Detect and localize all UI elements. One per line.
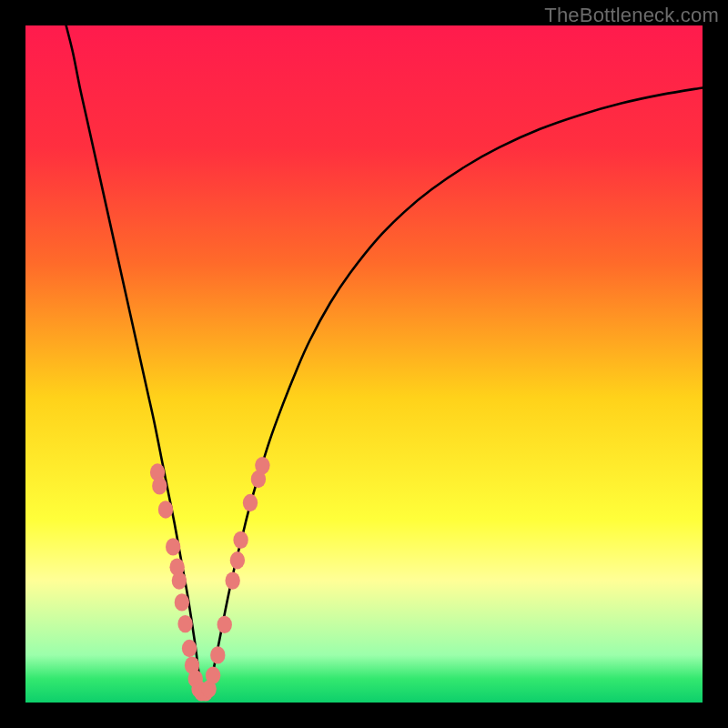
sample-point — [230, 551, 245, 569]
watermark-label: TheBottleneck.com — [544, 4, 719, 27]
sample-point — [217, 616, 232, 633]
sample-point — [182, 640, 197, 657]
sample-point — [225, 571, 239, 589]
gradient-background — [25, 25, 703, 703]
chart-svg — [25, 25, 703, 703]
sample-point — [233, 531, 248, 549]
sample-point — [243, 494, 258, 511]
sample-point — [255, 457, 269, 474]
sample-point — [172, 571, 187, 589]
chart-stage: TheBottleneck.com — [0, 0, 728, 728]
sample-point — [210, 646, 225, 663]
sample-point — [175, 593, 189, 611]
sample-point — [158, 500, 173, 518]
plot-area — [25, 25, 703, 703]
sample-point — [152, 477, 167, 494]
sample-point — [206, 667, 220, 684]
sample-point — [166, 538, 180, 555]
sample-point — [177, 615, 192, 632]
